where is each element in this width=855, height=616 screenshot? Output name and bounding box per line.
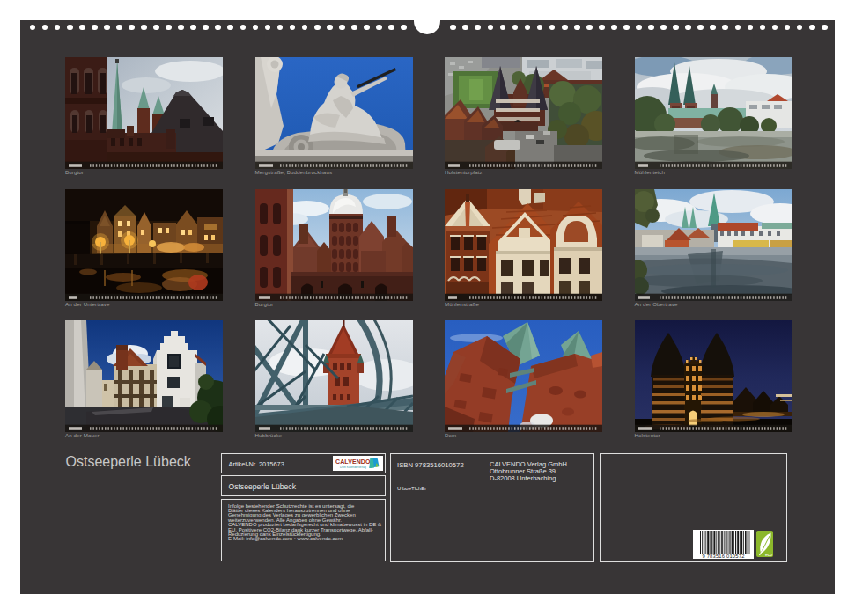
svg-text:eco: eco	[765, 552, 772, 557]
